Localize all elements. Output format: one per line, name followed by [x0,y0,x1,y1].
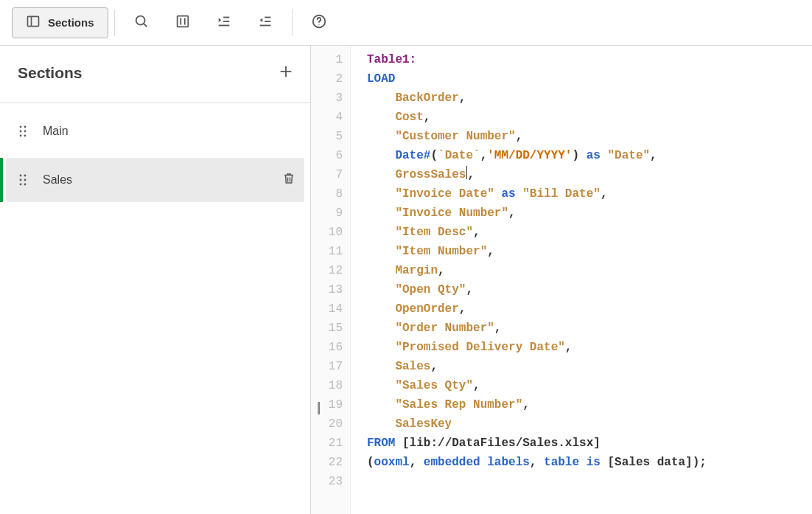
code-token: , [430,360,438,373]
code-token: embedded labels [424,456,530,469]
section-item-label: Sales [43,173,282,187]
line-number-gutter: 1234567891011121314151617181920212223 [311,46,351,514]
code-line[interactable]: BackOrder, [367,88,812,108]
delete-section-button[interactable] [282,171,295,189]
code-line[interactable]: "Order Number", [367,319,812,338]
top-toolbar: Sections [0,0,812,46]
code-line[interactable]: "Item Number", [367,242,812,261]
line-number: 8 [311,184,350,204]
code-token: `Date` [438,149,480,162]
code-line[interactable]: "Open Qty", [367,280,812,299]
comment-icon [175,13,191,32]
section-item-label: Main [43,125,295,138]
plus-icon [278,71,294,82]
code-line[interactable]: SalesKey [367,414,812,434]
code-token: , [438,264,445,277]
code-token: as [587,149,601,162]
code-token: "Promised Delivery Date" [395,341,564,354]
code-line[interactable]: FROM [lib://DataFiles/Sales.xlsx] [367,434,812,453]
code-line[interactable]: GrossSales, [367,165,812,184]
line-number: 17 [311,357,350,376]
code-token: SalesKey [395,417,452,431]
code-token: BackOrder [395,91,458,105]
code-line[interactable]: Cost, [367,108,812,127]
line-number: 21 [311,434,350,453]
code-line[interactable]: Date#(`Date`,'MM/DD/YYYY') as "Date", [367,146,812,165]
section-list: Main Sales [0,103,310,212]
code-line[interactable]: "Promised Delivery Date", [367,338,812,357]
script-editor[interactable]: 1234567891011121314151617181920212223 Ta… [311,46,812,514]
help-button[interactable] [298,2,340,44]
svg-point-18 [24,126,27,128]
sections-header: Sections [0,46,310,103]
line-number: 7 [311,165,350,184]
code-token: "Customer Number" [395,130,515,143]
toolbar-divider [114,10,115,36]
code-token: "Open Qty" [395,283,466,296]
svg-point-17 [20,126,22,128]
code-token: , [516,130,523,143]
line-number: 20 [311,414,350,434]
code-token: , [467,168,475,181]
code-token: ooxml [374,456,410,469]
line-number: 5 [311,127,350,146]
svg-point-19 [20,131,22,133]
toolbar-divider [292,10,293,36]
add-section-button[interactable] [278,63,294,82]
code-token: ); [693,456,707,469]
code-line[interactable]: Table1: [367,50,812,69]
sections-toggle-button[interactable]: Sections [12,7,108,38]
code-token: as [501,187,515,201]
code-token: , [466,283,473,296]
line-number: 9 [311,204,350,223]
code-line[interactable]: Margin, [367,261,812,280]
comment-button[interactable] [162,2,203,44]
code-line[interactable]: "Invoice Date" as "Bill Date", [367,184,812,204]
line-number: 18 [311,376,350,395]
line-number: 14 [311,299,350,319]
code-line[interactable] [367,472,812,491]
code-token: , [473,379,480,392]
search-button[interactable] [121,2,162,44]
section-item-main[interactable]: Main [6,109,304,153]
code-token: ( [367,456,374,469]
code-token: table [544,456,579,469]
code-token: , [522,398,530,411]
code-token: "Item Number" [395,245,487,258]
code-token: 'MM/DD/YYYY' [487,149,572,162]
code-token: Cost [395,111,423,124]
svg-rect-0 [28,16,39,26]
drag-handle-icon[interactable] [15,125,31,138]
svg-point-20 [24,131,27,133]
section-item-sales[interactable]: Sales [6,158,304,202]
code-area[interactable]: Table1:LOAD BackOrder, Cost, "Customer N… [351,46,812,514]
line-number: 19 [311,395,350,414]
code-token: FROM [367,437,395,450]
code-line[interactable]: OpenOrder, [367,299,812,319]
outdent-button[interactable] [245,2,286,44]
code-token: OpenOrder [395,302,458,316]
code-token: , [480,149,488,162]
sections-toggle-label: Sections [48,16,94,29]
svg-rect-4 [177,16,188,27]
code-token: , [601,187,608,201]
code-line[interactable]: "Item Desc", [367,223,812,242]
code-line[interactable]: "Customer Number", [367,127,812,146]
drag-handle-icon[interactable] [15,173,31,187]
line-number: 10 [311,223,350,242]
code-line[interactable]: "Sales Qty", [367,376,812,395]
code-line[interactable]: (ooxml, embedded labels, table is [Sales… [367,453,812,472]
svg-point-27 [20,184,22,186]
code-line[interactable]: "Sales Rep Number", [367,395,812,414]
code-token: , [473,226,480,239]
indent-button[interactable] [203,2,245,44]
code-token: , [459,302,466,316]
code-token: [lib://DataFiles/Sales.xlsx] [402,437,601,450]
line-number: 3 [311,88,350,108]
sections-sidebar: Sections Main [0,46,311,514]
code-line[interactable]: Sales, [367,357,812,376]
code-line[interactable]: LOAD [367,69,812,88]
code-line[interactable]: "Invoice Number", [367,204,812,223]
code-token: ( [430,149,438,162]
line-number: 1 [311,50,350,69]
